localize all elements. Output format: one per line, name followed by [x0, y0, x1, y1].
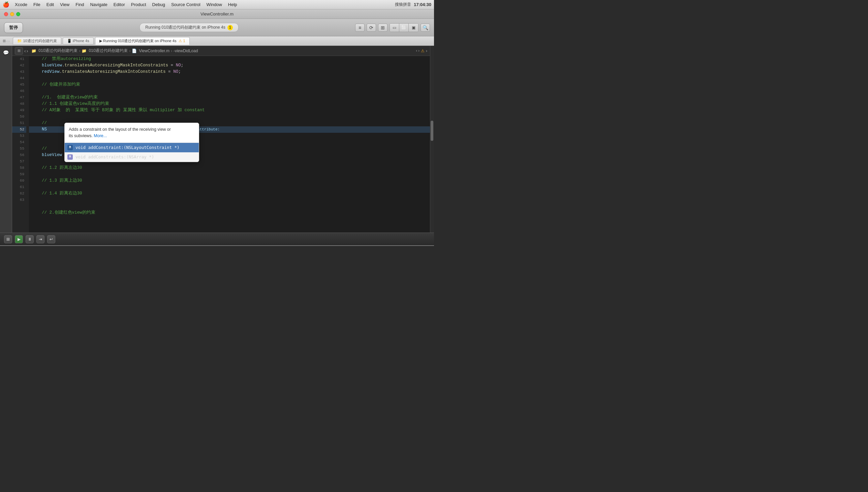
run-icon: ▶	[99, 39, 103, 43]
breadcrumb-project[interactable]: 010通过代码创建约束	[39, 48, 77, 54]
split-icon[interactable]: ⊞	[378, 24, 388, 32]
menu-edit[interactable]: Edit	[44, 1, 57, 8]
sidebar-messages-icon[interactable]: 💬	[2, 49, 10, 57]
code-line-47: //1. 创建蓝色view的约束	[29, 94, 430, 101]
code-line-42: blueView.translatesAutoresizingMaskIntoC…	[29, 62, 430, 69]
scrollbar-handle[interactable]	[431, 121, 433, 141]
line-num-47: 47	[12, 94, 26, 101]
device-icon: 📱	[67, 39, 73, 43]
menu-find[interactable]: Find	[73, 1, 86, 8]
line-num-56: 56	[12, 152, 26, 158]
bottom-play-button[interactable]: ▶	[15, 235, 23, 243]
layout-buttons: ▭ ⬜ ▣	[390, 23, 419, 32]
breadcrumb-file[interactable]: ViewController.m	[139, 49, 169, 53]
tab-bar: ⊞ ‹ › 📁 10通过代码创建约束 📱 iPhone 4s ▶ Running…	[0, 36, 434, 46]
nav-back-button[interactable]: ‹	[6, 39, 8, 43]
code-line-57	[29, 171, 430, 178]
menu-xcode[interactable]: Xcode	[12, 1, 30, 8]
breadcrumb-expand-icon[interactable]: ›	[426, 49, 427, 53]
bottom-stepout-button[interactable]: ↩	[47, 235, 55, 243]
code-line-61	[29, 197, 430, 203]
code-line-43: redView.translatesAutoresizingMaskIntoCo…	[29, 69, 430, 75]
line-num-49: 49	[12, 107, 26, 114]
apple-menu[interactable]: 🍎	[3, 1, 9, 8]
window-maximize-button[interactable]	[16, 12, 20, 16]
refresh-icon[interactable]: ⟳	[367, 24, 376, 32]
tab-project[interactable]: 📁 10通过代码创建约束	[13, 37, 61, 45]
toolbar: 暂停 Running 010通过代码创建约束 on iPhone 4s 1 ≡ …	[0, 19, 434, 36]
code-line-63: // 2.创建红色view的约束	[29, 210, 430, 216]
menu-source-control[interactable]: Source Control	[169, 1, 203, 8]
breadcrumb-folder[interactable]: 010通过代码创建约束	[89, 48, 128, 54]
nav-forward-button[interactable]: ›	[8, 39, 10, 43]
project-nav: ⊞ ‹ ›	[3, 39, 9, 43]
autocomplete-item-1[interactable]: M void addConstraints:(NSArray *)	[65, 152, 199, 162]
editor-standard-icon[interactable]: ⊞	[15, 48, 23, 54]
code-content[interactable]: 41 42 43 44 45 46 47 48 49 50 51 52 53 5…	[12, 56, 430, 232]
line-num-63: 63	[12, 197, 26, 203]
tab-warning-count: 1	[183, 39, 185, 43]
search-icon[interactable]: 🔍	[421, 24, 430, 32]
line-num-50: 50	[12, 114, 26, 120]
scrollbar-panel	[430, 46, 434, 232]
line-num-45: 45	[12, 81, 26, 88]
menu-window[interactable]: Window	[204, 1, 225, 8]
layout-single-button[interactable]: ▭	[390, 24, 399, 32]
line-num-62: 62	[12, 190, 26, 197]
pause-button[interactable]: 暂停	[4, 22, 23, 33]
layout-split-button[interactable]: ⬜	[399, 24, 409, 32]
menu-help[interactable]: Help	[225, 1, 240, 8]
autocomplete-list[interactable]: M void addConstraint:(NSLayoutConstraint…	[65, 143, 199, 162]
code-line-59	[29, 184, 430, 190]
code-line-46	[29, 88, 430, 94]
toolbar-center: Running 010通过代码创建约束 on iPhone 4s 1	[26, 23, 352, 32]
line-num-41: 41	[12, 56, 26, 62]
dock: 🔵 ⚙️ 🚀 🌍 📁 ✂️ 📝 🖥️ 👤 📊 🔧 ✈️ 🗂️ 🌐 📡 🦅 W ✂…	[0, 245, 434, 246]
folder-icon-2: 📁	[81, 49, 86, 53]
grid-icon: ⊞	[3, 39, 6, 43]
autocomplete-popup[interactable]: Adds a constraint on the layout of the r…	[64, 123, 199, 162]
bottom-pause-button[interactable]: ⏸	[26, 235, 34, 243]
menu-product[interactable]: Product	[128, 1, 149, 8]
autocomplete-more-link[interactable]: More...	[94, 133, 107, 138]
menu-view[interactable]: View	[57, 1, 72, 8]
autocomplete-doc-text: Adds a constraint on the layout of the r…	[69, 127, 171, 138]
menu-navigate[interactable]: Navigate	[87, 1, 110, 8]
line-num-52: 52	[12, 126, 26, 133]
editor-list-icon[interactable]: ≡	[355, 24, 365, 32]
line-num-54: 54	[12, 139, 26, 146]
breadcrumb-forward-button[interactable]: ›	[27, 48, 28, 54]
code-line-41: // 禁用autoresizing	[29, 56, 430, 62]
menu-debug[interactable]: Debug	[150, 1, 168, 8]
line-num-46: 46	[12, 88, 26, 94]
bottom-step-button[interactable]: ⇥	[36, 235, 45, 243]
layout-triple-button[interactable]: ▣	[409, 24, 418, 32]
tab-running[interactable]: ▶ Running 010通过代码创建约束 on iPhone 4s ⚠ 1	[95, 37, 190, 45]
bottom-bar: ⊞ ▶ ⏸ ⇥ ↩	[0, 232, 434, 245]
breadcrumb: ⊞ ‹ › 📁 010通过代码创建约束 › 📁 010通过代码创建约束 › 📄 …	[12, 46, 430, 56]
breadcrumb-back-button[interactable]: ‹	[24, 48, 26, 54]
folder-icon: 📁	[17, 39, 23, 43]
autocomplete-item-0[interactable]: M void addConstraint:(NSLayoutConstraint…	[65, 143, 199, 152]
line-num-60: 60	[12, 178, 26, 184]
line-num-53: 53	[12, 133, 26, 139]
menu-file[interactable]: File	[31, 1, 43, 8]
menu-editor[interactable]: Editor	[111, 1, 128, 8]
breadcrumb-method[interactable]: -viewDidLoad	[174, 49, 198, 53]
bottom-grid-button[interactable]: ⊞	[4, 235, 12, 243]
window-minimize-button[interactable]	[10, 12, 14, 16]
line-num-58: 58	[12, 165, 26, 171]
tab-device[interactable]: 📱 iPhone 4s	[63, 38, 94, 45]
breadcrumb-separator-2: ›	[129, 49, 130, 53]
window-close-button[interactable]	[4, 12, 8, 16]
tab-warning-icon: ⚠	[179, 39, 183, 43]
line-num-59: 59	[12, 171, 26, 178]
line-num-44: 44	[12, 75, 26, 81]
file-icon: 📄	[132, 49, 137, 53]
code-editor[interactable]: ⊞ ‹ › 📁 010通过代码创建约束 › 📁 010通过代码创建约束 › 📄 …	[12, 46, 430, 232]
code-line-56: // 1.2 距离左边30	[29, 165, 430, 171]
line-num-43: 43	[12, 69, 26, 75]
menu-bar: 🍎 Xcode File Edit View Find Navigate Edi…	[0, 0, 434, 9]
line-num-42: 42	[12, 62, 26, 69]
line-num-48: 48	[12, 101, 26, 107]
